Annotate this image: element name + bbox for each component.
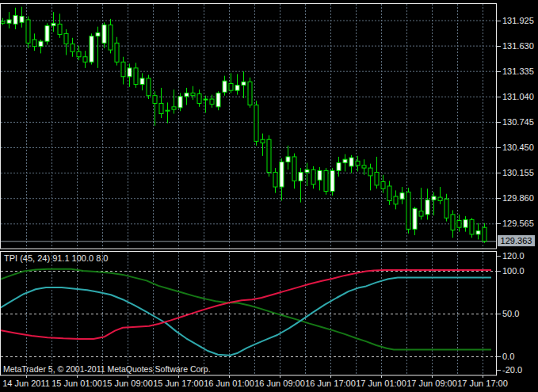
candle xyxy=(191,93,195,95)
candle xyxy=(349,158,353,166)
indicator-axis-label: 120.0 xyxy=(502,251,525,261)
price-axis-label: 131.925 xyxy=(502,16,534,25)
time-axis-label: 17 Jun 01:00 xyxy=(353,379,410,388)
indicator-axis-label-tick xyxy=(497,356,501,357)
candle xyxy=(13,16,17,25)
tpi-green-line xyxy=(0,269,491,350)
candle xyxy=(261,139,265,143)
candle xyxy=(115,43,119,62)
candle xyxy=(286,157,290,162)
candle xyxy=(185,93,189,96)
price-axis-label: 129.565 xyxy=(502,219,534,228)
candle xyxy=(476,231,480,234)
candle xyxy=(356,161,360,165)
candle xyxy=(7,20,11,23)
price-axis-label-tick xyxy=(497,173,501,173)
candle xyxy=(121,62,125,76)
main-chart-canvas[interactable] xyxy=(0,3,497,249)
candle xyxy=(235,86,239,91)
price-axis-label-tick xyxy=(497,198,501,199)
indicator-panel-canvas[interactable] xyxy=(0,251,497,376)
candle xyxy=(394,196,398,204)
price-axis-label: 130.745 xyxy=(502,117,534,127)
price-axis-label-tick xyxy=(497,46,501,47)
candle xyxy=(445,199,448,218)
time-tick xyxy=(178,375,179,378)
indicator-axis-label: -20.0 xyxy=(502,365,522,375)
time-tick xyxy=(128,375,128,378)
candle xyxy=(438,197,442,200)
indicator-axis-label-tick xyxy=(497,314,501,314)
candle xyxy=(58,24,62,34)
tpi-teal-line xyxy=(0,278,491,356)
indicator-axis-label: 50.0 xyxy=(502,309,519,318)
indicator-axis-label: 100.0 xyxy=(502,266,525,276)
candle xyxy=(96,32,100,36)
indicator-axis-label-tick xyxy=(497,370,501,371)
candle xyxy=(83,57,87,63)
candle xyxy=(134,68,138,85)
time-tick xyxy=(26,375,27,378)
candle xyxy=(311,169,315,184)
time-axis-label: 16 Jun 01:00 xyxy=(200,379,258,388)
indicator-title: TPI (45, 24) 91.1 100.0 8.0 xyxy=(4,253,108,263)
candle xyxy=(381,182,385,189)
time-tick xyxy=(330,375,331,378)
candle xyxy=(280,162,284,187)
candle xyxy=(197,94,201,104)
price-axis-label-tick xyxy=(497,97,501,97)
candle xyxy=(432,196,436,200)
price-axis-label: 130.450 xyxy=(502,143,534,152)
price-axis-label: 131.335 xyxy=(502,67,534,76)
candle xyxy=(248,82,252,105)
candle xyxy=(242,82,246,85)
candle xyxy=(318,170,322,180)
time-axis-label: 14 Jun 2011 xyxy=(0,379,55,388)
candle xyxy=(343,159,347,162)
candle xyxy=(178,97,182,108)
candle xyxy=(140,78,144,85)
time-axis-label: 17 Jun 17:00 xyxy=(454,379,511,388)
candle xyxy=(216,93,220,106)
candle xyxy=(299,173,303,181)
candle xyxy=(128,68,132,77)
time-axis-label: 15 Jun 17:00 xyxy=(150,379,207,388)
candle xyxy=(109,25,113,50)
candle xyxy=(324,170,328,191)
current-price-badge: 129.363 xyxy=(498,235,535,246)
candle xyxy=(362,166,366,168)
candle xyxy=(464,219,467,227)
candle xyxy=(204,99,208,100)
time-axis-label: 15 Jun 09:00 xyxy=(99,379,156,388)
candle xyxy=(210,99,214,105)
price-axis-label-tick xyxy=(497,122,501,123)
candle xyxy=(153,96,157,104)
indicator-axis-label-tick xyxy=(497,271,501,272)
candle xyxy=(147,78,151,96)
price-axis-label: 129.860 xyxy=(502,193,534,203)
time-scale[interactable]: 14 Jun 201115 Jun 01:0015 Jun 09:0015 Ju… xyxy=(0,375,538,392)
candle xyxy=(368,168,372,176)
price-axis-label-tick xyxy=(497,223,501,224)
candle xyxy=(39,41,43,47)
time-tick xyxy=(280,375,280,378)
candle xyxy=(457,220,461,227)
candle xyxy=(273,173,277,187)
candle xyxy=(1,21,5,23)
candle xyxy=(425,200,429,214)
price-axis-label-tick xyxy=(497,147,501,148)
status-bar-text: MetaTrader 5, © 2001-2011 MetaQuotes Sof… xyxy=(3,364,211,374)
price-axis-label-tick xyxy=(497,71,501,72)
price-scale[interactable]: 131.925131.630131.335131.040130.745130.4… xyxy=(497,0,538,377)
time-axis-label: 16 Jun 09:00 xyxy=(251,379,308,388)
candle xyxy=(451,215,455,230)
time-axis-label: 15 Jun 01:00 xyxy=(48,379,105,388)
candle xyxy=(102,25,106,43)
candle xyxy=(413,208,417,229)
candle xyxy=(483,227,486,241)
time-tick xyxy=(229,375,230,378)
candle xyxy=(32,40,36,47)
candle xyxy=(406,192,410,230)
indicator-axis-label: 0.0 xyxy=(502,352,514,361)
time-axis-label: 17 Jun 09:00 xyxy=(403,379,460,388)
